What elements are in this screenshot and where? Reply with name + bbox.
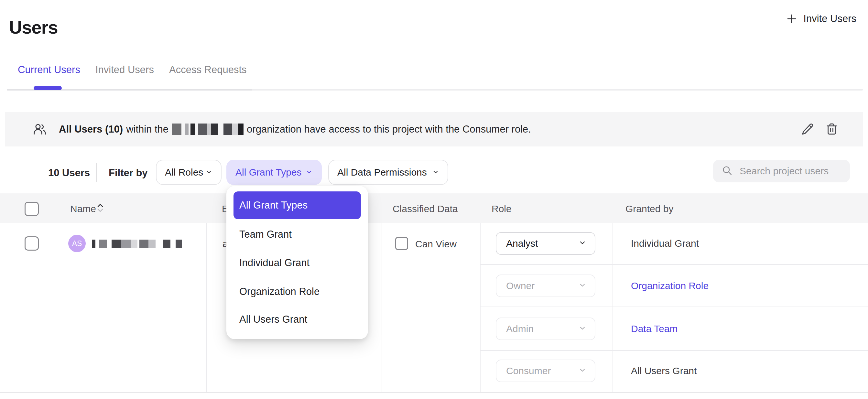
grant-row-divider xyxy=(480,264,868,265)
all-roles-filter[interactable]: All Roles xyxy=(156,160,221,185)
column-header-classified-data: Classified Data xyxy=(393,204,458,214)
chevron-down-icon xyxy=(579,280,586,291)
redacted-user-name xyxy=(92,240,182,248)
delete-grant-button[interactable] xyxy=(824,122,840,137)
role-value: Owner xyxy=(506,280,534,291)
filter-divider xyxy=(96,163,97,182)
role-value: Consumer xyxy=(506,365,551,376)
column-header-granted-by: Granted by xyxy=(625,204,673,214)
tab-current-users[interactable]: Current Users xyxy=(18,64,80,76)
users-icon xyxy=(32,122,47,138)
chevron-down-icon xyxy=(579,323,586,334)
role-select-owner[interactable]: Owner xyxy=(496,275,595,297)
search-icon xyxy=(721,165,733,177)
user-count: 10 Users xyxy=(48,167,90,179)
granted-by-all-users-grant: All Users Grant xyxy=(631,365,696,376)
banner-text: All Users (10) within the organization h… xyxy=(59,112,531,147)
pencil-icon xyxy=(801,122,815,137)
column-header-role: Role xyxy=(492,204,512,214)
all-grant-types-filter[interactable]: All Grant Types xyxy=(226,160,322,185)
column-header-name[interactable]: Name xyxy=(70,204,96,214)
chevron-down-icon xyxy=(306,167,313,178)
chevron-down-icon xyxy=(579,365,586,376)
search-input[interactable] xyxy=(740,165,864,177)
granted-by-data-team-link[interactable]: Data Team xyxy=(631,323,678,334)
filter-by-label: Filter by xyxy=(108,167,148,179)
chevron-down-icon xyxy=(432,167,439,178)
menu-item-team-grant[interactable]: Team Grant xyxy=(239,227,292,242)
column-divider xyxy=(382,223,382,392)
menu-item-organization-role[interactable]: Organization Role xyxy=(239,284,319,299)
menu-item-individual-grant[interactable]: Individual Grant xyxy=(239,256,309,270)
column-divider xyxy=(206,223,207,392)
table-row-divider xyxy=(0,392,868,393)
grant-row-divider xyxy=(480,350,868,351)
all-grant-types-label: All Grant Types xyxy=(236,167,302,178)
role-value: Admin xyxy=(506,323,534,334)
redacted-org-name xyxy=(172,124,244,135)
plus-icon xyxy=(786,13,798,25)
banner-tail-text: organization have access to this project… xyxy=(247,124,531,135)
tab-invited-users[interactable]: Invited Users xyxy=(95,64,154,76)
role-select-consumer[interactable]: Consumer xyxy=(496,360,595,382)
column-divider xyxy=(480,223,480,392)
all-users-banner: All Users (10) within the organization h… xyxy=(5,112,863,147)
all-data-permissions-label: All Data Permissions xyxy=(337,167,427,178)
column-divider xyxy=(613,223,613,392)
grant-types-dropdown-menu: All Grant Types Team Grant Individual Gr… xyxy=(226,186,368,339)
role-select-analyst[interactable]: Analyst xyxy=(496,232,595,255)
can-view-checkbox[interactable] xyxy=(395,237,408,250)
banner-bold-text: All Users (10) xyxy=(59,124,123,135)
role-value: Analyst xyxy=(506,238,538,249)
all-data-permissions-filter[interactable]: All Data Permissions xyxy=(328,160,448,185)
table-header: Name E Classified Data Role Granted by xyxy=(0,193,868,223)
granted-by-organization-role-link[interactable]: Organization Role xyxy=(631,280,709,291)
edit-grant-button[interactable] xyxy=(800,122,816,137)
page-title: Users xyxy=(9,17,58,38)
grant-row-divider xyxy=(480,307,868,307)
trash-icon xyxy=(825,122,839,137)
select-all-checkbox[interactable] xyxy=(25,202,39,216)
menu-item-all-grant-types[interactable]: All Grant Types xyxy=(234,191,361,219)
row-checkbox[interactable] xyxy=(25,236,39,251)
menu-item-all-users-grant[interactable]: All Users Grant xyxy=(239,312,307,327)
tab-access-requests[interactable]: Access Requests xyxy=(169,64,247,76)
sort-icon[interactable] xyxy=(97,204,103,212)
users-page: Users Invite Users Current Users Invited… xyxy=(0,0,868,399)
invite-users-button[interactable]: Invite Users xyxy=(786,10,856,28)
avatar: AS xyxy=(68,235,86,252)
all-roles-label: All Roles xyxy=(165,167,203,178)
banner-mid-text: within the xyxy=(126,124,168,135)
invite-users-label: Invite Users xyxy=(803,13,856,25)
chevron-down-icon xyxy=(205,167,213,178)
chevron-down-icon xyxy=(579,238,586,249)
search-project-users xyxy=(713,160,850,182)
role-select-admin[interactable]: Admin xyxy=(496,317,595,340)
granted-by-individual-grant: Individual Grant xyxy=(631,238,699,249)
can-view-label: Can View xyxy=(415,239,457,250)
active-tab-indicator xyxy=(34,86,62,90)
